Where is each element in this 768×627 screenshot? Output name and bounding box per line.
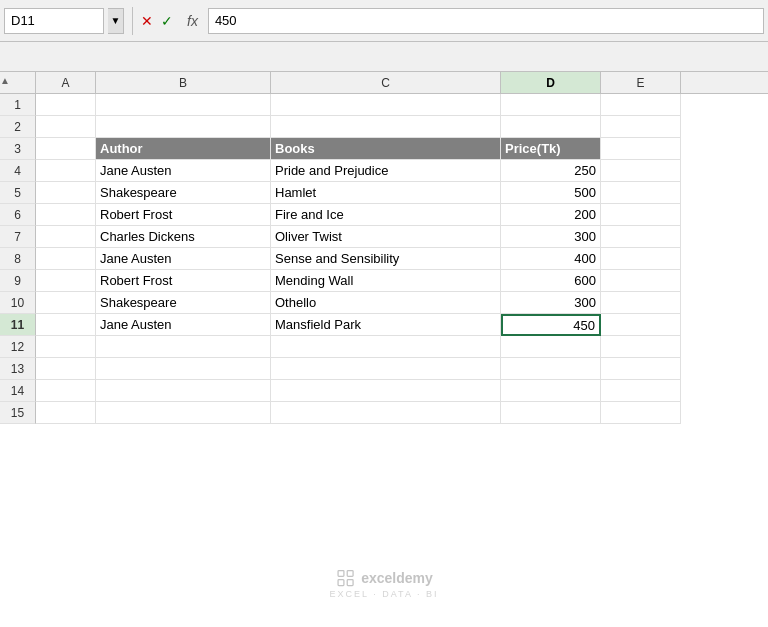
cell-C4[interactable]: Pride and Prejudice bbox=[271, 160, 501, 182]
cell-A11[interactable] bbox=[36, 314, 96, 336]
cell-C9[interactable]: Mending Wall bbox=[271, 270, 501, 292]
row-header-12[interactable]: 12 bbox=[0, 336, 36, 358]
cell-C7[interactable]: Oliver Twist bbox=[271, 226, 501, 248]
cell-D12[interactable] bbox=[501, 336, 601, 358]
cell-D4[interactable]: 250 bbox=[501, 160, 601, 182]
cell-E10[interactable] bbox=[601, 292, 681, 314]
cell-C11[interactable]: Mansfield Park bbox=[271, 314, 501, 336]
cell-A4[interactable] bbox=[36, 160, 96, 182]
cell-E8[interactable] bbox=[601, 248, 681, 270]
row-header-2[interactable]: 2 bbox=[0, 116, 36, 138]
cell-B12[interactable] bbox=[96, 336, 271, 358]
cell-D8[interactable]: 400 bbox=[501, 248, 601, 270]
cell-reference-box[interactable]: D11 bbox=[4, 8, 104, 34]
cell-B14[interactable] bbox=[96, 380, 271, 402]
cell-D2[interactable] bbox=[501, 116, 601, 138]
cell-E14[interactable] bbox=[601, 380, 681, 402]
cell-C6[interactable]: Fire and Ice bbox=[271, 204, 501, 226]
col-header-D[interactable]: D bbox=[501, 72, 601, 93]
cell-E2[interactable] bbox=[601, 116, 681, 138]
row-header-15[interactable]: 15 bbox=[0, 402, 36, 424]
cell-D7[interactable]: 300 bbox=[501, 226, 601, 248]
cell-C8[interactable]: Sense and Sensibility bbox=[271, 248, 501, 270]
cell-E4[interactable] bbox=[601, 160, 681, 182]
cell-A10[interactable] bbox=[36, 292, 96, 314]
row-header-7[interactable]: 7 bbox=[0, 226, 36, 248]
cell-D14[interactable] bbox=[501, 380, 601, 402]
cell-D3[interactable]: Price(Tk) bbox=[501, 138, 601, 160]
cell-E15[interactable] bbox=[601, 402, 681, 424]
cell-C13[interactable] bbox=[271, 358, 501, 380]
cell-E12[interactable] bbox=[601, 336, 681, 358]
row-header-14[interactable]: 14 bbox=[0, 380, 36, 402]
row-header-8[interactable]: 8 bbox=[0, 248, 36, 270]
row-header-6[interactable]: 6 bbox=[0, 204, 36, 226]
cell-ref-dropdown[interactable]: ▼ bbox=[108, 8, 124, 34]
cell-A9[interactable] bbox=[36, 270, 96, 292]
cell-C1[interactable] bbox=[271, 94, 501, 116]
cell-C14[interactable] bbox=[271, 380, 501, 402]
cell-A12[interactable] bbox=[36, 336, 96, 358]
cell-D11[interactable]: 450 bbox=[501, 314, 601, 336]
cell-D15[interactable] bbox=[501, 402, 601, 424]
row-header-13[interactable]: 13 bbox=[0, 358, 36, 380]
cancel-formula-icon[interactable]: ✕ bbox=[141, 13, 153, 29]
cell-E3[interactable] bbox=[601, 138, 681, 160]
cell-B10[interactable]: Shakespeare bbox=[96, 292, 271, 314]
cell-D5[interactable]: 500 bbox=[501, 182, 601, 204]
formula-input[interactable] bbox=[208, 8, 764, 34]
cell-E5[interactable] bbox=[601, 182, 681, 204]
col-header-E[interactable]: E bbox=[601, 72, 681, 93]
row-header-1[interactable]: 1 bbox=[0, 94, 36, 116]
cell-E11[interactable] bbox=[601, 314, 681, 336]
col-header-A[interactable]: A bbox=[36, 72, 96, 93]
cell-C5[interactable]: Hamlet bbox=[271, 182, 501, 204]
cell-B1[interactable] bbox=[96, 94, 271, 116]
cell-E13[interactable] bbox=[601, 358, 681, 380]
cell-B3[interactable]: Author bbox=[96, 138, 271, 160]
cell-D10[interactable]: 300 bbox=[501, 292, 601, 314]
cell-B9[interactable]: Robert Frost bbox=[96, 270, 271, 292]
cell-C3[interactable]: Books bbox=[271, 138, 501, 160]
cell-E6[interactable] bbox=[601, 204, 681, 226]
select-all-corner[interactable]: ▲ bbox=[0, 72, 36, 94]
cell-A6[interactable] bbox=[36, 204, 96, 226]
cell-D1[interactable] bbox=[501, 94, 601, 116]
cell-C10[interactable]: Othello bbox=[271, 292, 501, 314]
cell-B4[interactable]: Jane Austen bbox=[96, 160, 271, 182]
cell-C15[interactable] bbox=[271, 402, 501, 424]
row-header-10[interactable]: 10 bbox=[0, 292, 36, 314]
row-header-9[interactable]: 9 bbox=[0, 270, 36, 292]
cell-E7[interactable] bbox=[601, 226, 681, 248]
row-header-11[interactable]: 11 bbox=[0, 314, 36, 336]
cell-D9[interactable]: 600 bbox=[501, 270, 601, 292]
cell-A1[interactable] bbox=[36, 94, 96, 116]
cell-B15[interactable] bbox=[96, 402, 271, 424]
cell-B5[interactable]: Shakespeare bbox=[96, 182, 271, 204]
cell-E9[interactable] bbox=[601, 270, 681, 292]
row-header-3[interactable]: 3 bbox=[0, 138, 36, 160]
cell-C12[interactable] bbox=[271, 336, 501, 358]
cell-D13[interactable] bbox=[501, 358, 601, 380]
cell-E1[interactable] bbox=[601, 94, 681, 116]
cell-A3[interactable] bbox=[36, 138, 96, 160]
cell-D6[interactable]: 200 bbox=[501, 204, 601, 226]
cell-A7[interactable] bbox=[36, 226, 96, 248]
cell-B11[interactable]: Jane Austen bbox=[96, 314, 271, 336]
row-header-5[interactable]: 5 bbox=[0, 182, 36, 204]
cell-A8[interactable] bbox=[36, 248, 96, 270]
cell-B2[interactable] bbox=[96, 116, 271, 138]
cell-A5[interactable] bbox=[36, 182, 96, 204]
cell-B6[interactable]: Robert Frost bbox=[96, 204, 271, 226]
cell-A2[interactable] bbox=[36, 116, 96, 138]
cell-B8[interactable]: Jane Austen bbox=[96, 248, 271, 270]
cell-B13[interactable] bbox=[96, 358, 271, 380]
confirm-formula-icon[interactable]: ✓ bbox=[161, 13, 173, 29]
cell-B7[interactable]: Charles Dickens bbox=[96, 226, 271, 248]
col-header-B[interactable]: B bbox=[96, 72, 271, 93]
cell-A15[interactable] bbox=[36, 402, 96, 424]
cell-A14[interactable] bbox=[36, 380, 96, 402]
col-header-C[interactable]: C bbox=[271, 72, 501, 93]
cell-A13[interactable] bbox=[36, 358, 96, 380]
row-header-4[interactable]: 4 bbox=[0, 160, 36, 182]
